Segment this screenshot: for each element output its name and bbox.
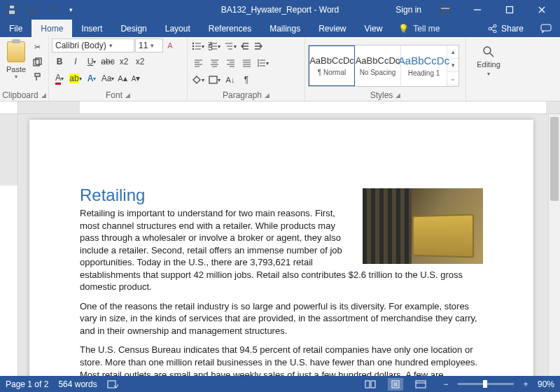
strike-button[interactable]: abc	[100, 54, 115, 69]
scrollbar-thumb[interactable]	[550, 117, 559, 201]
align-center-icon[interactable]	[206, 55, 222, 71]
bold-button[interactable]: B	[52, 54, 67, 69]
document-area: Retailing Retailing is important to unde…	[0, 114, 560, 376]
tab-design[interactable]: Design	[111, 20, 155, 37]
svg-rect-6	[507, 7, 513, 13]
copy-icon[interactable]	[31, 55, 43, 69]
web-layout-icon[interactable]	[413, 378, 428, 391]
qat-customize-icon[interactable]: ▾	[62, 1, 80, 18]
italic-button[interactable]: I	[68, 54, 83, 69]
multilevel-icon[interactable]: ▾	[223, 38, 238, 54]
tell-me[interactable]: 💡Tell me	[391, 20, 447, 37]
superscript-button[interactable]: x2	[132, 54, 148, 69]
editing-menu[interactable]: Editing ▾	[469, 38, 508, 83]
body-paragraph[interactable]: The U.S. Census Bureau indicates that 94…	[80, 344, 483, 376]
page-number[interactable]: Page 1 of 2	[6, 379, 48, 389]
share-label: Share	[501, 24, 524, 34]
justify-icon[interactable]	[239, 55, 254, 71]
inline-image[interactable]	[363, 188, 483, 264]
shading-icon[interactable]: ▾	[190, 72, 206, 88]
tab-view[interactable]: View	[356, 20, 392, 37]
vertical-scrollbar[interactable]	[548, 114, 560, 376]
style-heading-1[interactable]: AaBbCcDcHeading 1	[401, 46, 447, 86]
paragraph-dialog-icon[interactable]: ◢	[265, 92, 270, 99]
close-button[interactable]	[526, 0, 557, 20]
zoom-slider[interactable]	[458, 383, 514, 385]
status-bar: Page 1 of 2 564 words − + 90%	[0, 376, 560, 392]
shrink-font-icon[interactable]: A▾	[130, 71, 142, 85]
cut-icon[interactable]: ✂	[31, 40, 43, 54]
paste-button[interactable]: Paste ▾	[3, 38, 29, 85]
tab-home[interactable]: Home	[31, 20, 72, 37]
numbering-icon[interactable]: 123▾	[206, 38, 222, 54]
styles-up-icon[interactable]: ▴	[447, 46, 458, 59]
vertical-ruler[interactable]	[0, 114, 18, 376]
clear-format-icon[interactable]: A	[164, 38, 176, 52]
ribbon-display-icon[interactable]	[430, 0, 461, 20]
highlight-icon[interactable]: ab▾	[68, 71, 83, 86]
styles-more-icon[interactable]: ⌄	[447, 72, 458, 85]
title-bar: ▾ BA132_Hywater_Report - Word Sign in	[0, 0, 560, 20]
tab-review[interactable]: Review	[309, 20, 355, 37]
read-mode-icon[interactable]	[363, 378, 378, 391]
save-icon[interactable]	[3, 1, 21, 18]
svg-point-20	[484, 47, 491, 54]
align-left-icon[interactable]	[190, 55, 206, 71]
decrease-indent-icon[interactable]	[239, 39, 251, 53]
svg-rect-3	[441, 6, 449, 13]
text-effects-icon[interactable]: A▾	[84, 71, 99, 86]
tab-mailings[interactable]: Mailings	[260, 20, 309, 37]
font-name-value: Calibri (Body)	[55, 41, 106, 50]
increase-indent-icon[interactable]	[252, 39, 265, 53]
share-button[interactable]: Share	[479, 20, 532, 37]
subscript-button[interactable]: x2	[116, 54, 132, 69]
align-right-icon[interactable]	[223, 55, 238, 71]
horizontal-ruler[interactable]	[0, 102, 560, 114]
maximize-button[interactable]	[494, 0, 525, 20]
font-name-select[interactable]: Calibri (Body)▾	[52, 38, 134, 52]
share-icon	[488, 24, 497, 33]
grow-font-icon[interactable]: A▴	[116, 71, 129, 85]
sort-icon[interactable]: A↓	[223, 72, 238, 88]
tab-insert[interactable]: Insert	[72, 20, 111, 37]
font-size-select[interactable]: 11▾	[135, 38, 163, 52]
svg-point-14	[192, 46, 195, 48]
ribbon-tabs: File Home Insert Design Layout Reference…	[0, 20, 560, 37]
body-paragraph[interactable]: One of the reasons the retail industry i…	[80, 300, 483, 337]
sign-in-button[interactable]: Sign in	[388, 1, 428, 18]
font-color-icon[interactable]: A▾	[52, 71, 67, 86]
paste-icon	[7, 41, 25, 62]
underline-button[interactable]: U▾	[84, 54, 99, 69]
svg-point-7	[489, 27, 491, 30]
font-dialog-icon[interactable]: ◢	[125, 92, 130, 99]
undo-icon[interactable]	[22, 1, 41, 18]
print-layout-icon[interactable]	[388, 378, 403, 391]
zoom-level[interactable]: 90%	[538, 379, 554, 389]
styles-down-icon[interactable]: ▾	[447, 59, 458, 72]
redo-icon[interactable]	[42, 1, 60, 18]
zoom-out-icon[interactable]: −	[438, 378, 454, 391]
svg-rect-21	[108, 381, 115, 388]
change-case-icon[interactable]: Aa▾	[100, 71, 115, 86]
line-spacing-icon[interactable]: ▾	[255, 55, 270, 71]
bullets-icon[interactable]: ▾	[190, 38, 206, 54]
clipboard-dialog-icon[interactable]: ◢	[41, 92, 46, 99]
show-marks-icon[interactable]: ¶	[239, 72, 254, 88]
style-normal[interactable]: AaBbCcDc¶ Normal	[309, 46, 355, 86]
style-no-spacing[interactable]: AaBbCcDcNo Spacing	[355, 46, 401, 86]
minimize-button[interactable]	[462, 0, 493, 20]
zoom-in-icon[interactable]: +	[518, 378, 533, 391]
comments-icon[interactable]	[532, 20, 560, 37]
page[interactable]: Retailing Retailing is important to unde…	[29, 120, 533, 376]
svg-rect-10	[541, 24, 551, 31]
bulb-icon: 💡	[398, 24, 409, 34]
word-count[interactable]: 564 words	[58, 379, 97, 389]
styles-gallery[interactable]: AaBbCcDc¶ Normal AaBbCcDcNo Spacing AaBb…	[308, 45, 459, 87]
styles-dialog-icon[interactable]: ◢	[396, 92, 400, 99]
tab-file[interactable]: File	[0, 20, 31, 37]
spellcheck-icon[interactable]	[107, 379, 118, 389]
tab-layout[interactable]: Layout	[156, 20, 200, 37]
borders-icon[interactable]: ▾	[206, 72, 222, 88]
format-painter-icon[interactable]	[31, 69, 43, 83]
tab-references[interactable]: References	[200, 20, 260, 37]
